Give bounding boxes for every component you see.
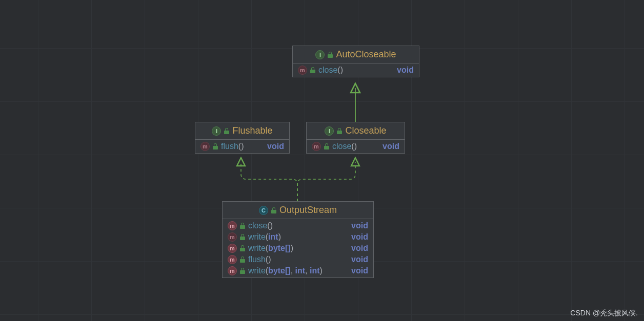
method-row: m write(byte[]) void [223, 243, 373, 254]
method-row: m close() void [307, 141, 405, 152]
node-header: I AutoCloseable [293, 46, 419, 63]
node-autocloseable[interactable]: I AutoCloseable m close() void [292, 46, 419, 77]
method-icon: m [228, 232, 237, 242]
node-header: C OutputStream [223, 202, 373, 219]
node-header: I Flushable [195, 122, 289, 140]
lock-icon [240, 234, 245, 240]
return-type: void [351, 221, 368, 230]
node-title: AutoCloseable [336, 49, 396, 60]
node-body: m close() void [293, 63, 419, 77]
method-icon: m [228, 255, 237, 264]
lock-icon [337, 128, 342, 134]
method-icon: m [200, 142, 210, 151]
method-row: m close() void [293, 65, 419, 76]
node-body: m close() void m write(int) void m write… [223, 219, 373, 277]
lock-icon [240, 268, 245, 274]
node-title: Closeable [345, 125, 386, 136]
node-title: Flushable [232, 125, 272, 136]
param-type: byte[] [268, 266, 291, 275]
lock-icon [240, 245, 245, 251]
lock-icon [224, 128, 229, 134]
param-type: byte[] [268, 244, 291, 252]
method-name: write [248, 232, 266, 241]
lock-icon [310, 67, 315, 73]
return-type: void [351, 266, 368, 275]
method-name: flush [221, 142, 238, 151]
method-icon: m [228, 266, 237, 275]
return-type: void [351, 255, 368, 264]
method-icon: m [312, 142, 321, 151]
method-row: m close() void [223, 220, 373, 231]
node-outputstream[interactable]: C OutputStream m close() void m write(in… [222, 201, 374, 278]
lock-icon [324, 143, 329, 149]
node-header: I Closeable [307, 122, 405, 140]
method-name: close [332, 142, 351, 151]
method-row: m flush() void [195, 141, 289, 152]
method-name: flush [248, 255, 266, 264]
method-row: m write(byte[], int, int) void [223, 265, 373, 276]
lock-icon [271, 207, 276, 213]
node-body: m close() void [307, 140, 405, 153]
node-body: m flush() void [195, 140, 289, 153]
method-name: write [248, 244, 266, 252]
method-name: write [248, 266, 266, 275]
param-type: int [268, 232, 278, 241]
node-closeable[interactable]: I Closeable m close() void [306, 122, 405, 154]
interface-icon: I [212, 126, 221, 136]
method-name: close [318, 66, 337, 74]
method-name: close [248, 221, 267, 230]
method-row: m write(int) void [223, 231, 373, 243]
param-type: int [295, 266, 306, 275]
lock-icon [328, 52, 333, 58]
method-icon: m [228, 221, 237, 230]
interface-icon: I [315, 50, 325, 59]
node-flushable[interactable]: I Flushable m flush() void [195, 122, 290, 154]
method-icon: m [298, 66, 307, 75]
method-icon: m [228, 244, 237, 253]
lock-icon [240, 223, 245, 229]
return-type: void [383, 142, 399, 151]
return-type: void [397, 66, 414, 75]
return-type: void [351, 244, 368, 253]
param-type: int [310, 266, 320, 275]
interface-icon: I [325, 126, 334, 136]
lock-icon [213, 143, 218, 149]
return-type: void [267, 142, 284, 151]
method-row: m flush() void [223, 254, 373, 265]
node-title: OutputStream [279, 205, 337, 216]
lock-icon [240, 256, 245, 263]
return-type: void [351, 232, 368, 242]
class-icon: C [259, 206, 268, 215]
watermark: CSDN @秃头披风侠. [570, 309, 638, 318]
